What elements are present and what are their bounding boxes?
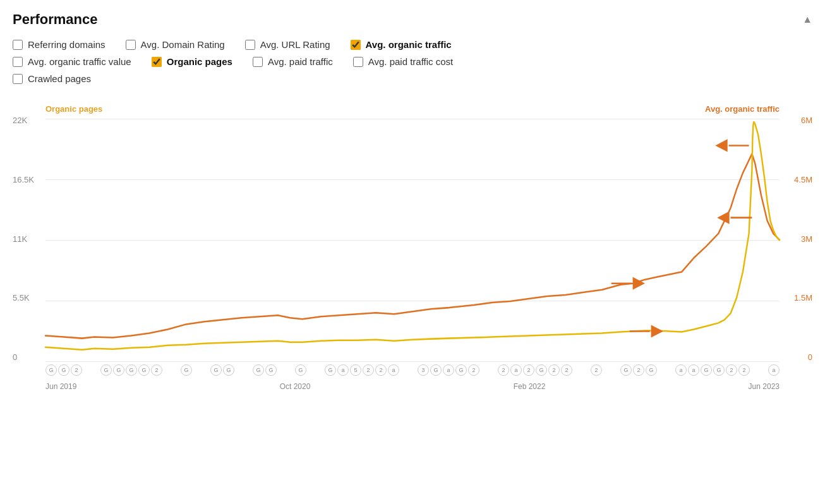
y-label-left-11k: 11K <box>13 234 27 244</box>
serp-badge-g: G <box>210 364 222 376</box>
checkbox-input-avg-domain-rating[interactable] <box>126 40 136 50</box>
serp-badge-group-2: G G G G 2 <box>100 364 162 376</box>
serp-badge-2: 2 <box>738 364 750 376</box>
checkbox-avg-organic-traffic[interactable]: Avg. organic traffic <box>351 39 452 50</box>
serp-badge-3: 3 <box>418 364 429 376</box>
checkbox-avg-url-rating[interactable]: Avg. URL Rating <box>245 39 330 50</box>
serp-badge-2: 2 <box>726 364 737 376</box>
chart-axis-labels: Organic pages Avg. organic traffic <box>45 104 780 114</box>
performance-section: Performance ▲ Referring domains Avg. Dom… <box>13 11 812 393</box>
organic-pages-line <box>45 122 780 350</box>
section-header: Performance ▲ <box>13 11 812 28</box>
serp-badge-group-4: G G <box>210 364 234 376</box>
serp-badge-2: 2 <box>633 364 644 376</box>
y-label-left-22k: 22K <box>13 116 27 125</box>
checkbox-input-avg-organic-traffic-value[interactable] <box>13 57 23 67</box>
avg-organic-traffic-line <box>45 154 780 339</box>
checkboxes-area: Referring domains Avg. Domain Rating Avg… <box>13 39 812 84</box>
checkbox-row-3: Crawled pages <box>13 73 812 84</box>
checkbox-row-2: Avg. organic traffic value Organic pages… <box>13 56 812 67</box>
serp-badge-2: 2 <box>71 364 82 376</box>
checkbox-label-avg-organic-traffic-value: Avg. organic traffic value <box>28 56 131 67</box>
checkbox-label-avg-paid-traffic-cost: Avg. paid traffic cost <box>368 56 454 67</box>
svg-marker-0 <box>715 139 727 152</box>
serp-badge-g: G <box>126 364 137 376</box>
serp-badge-2: 2 <box>375 364 387 376</box>
serp-badge-group-8: 3 G a G 2 <box>418 364 479 376</box>
checkbox-input-avg-paid-traffic[interactable] <box>253 57 263 67</box>
checkbox-input-avg-paid-traffic-cost[interactable] <box>353 57 363 67</box>
chart-container: Organic pages Avg. organic traffic 22K 1… <box>13 97 812 393</box>
serp-badge-a: a <box>443 364 454 376</box>
checkbox-avg-domain-rating[interactable]: Avg. Domain Rating <box>126 39 225 50</box>
chart-y-right: 6M 4.5M 3M 1.5M 0 <box>782 116 812 362</box>
checkbox-crawled-pages[interactable]: Crawled pages <box>13 73 91 84</box>
serp-badge-group-7: G a 5 2 2 a <box>325 364 399 376</box>
checkbox-label-organic-pages: Organic pages <box>167 56 232 67</box>
serp-badge-2: 2 <box>591 364 602 376</box>
svg-marker-4 <box>633 277 645 290</box>
serp-badge-2: 2 <box>468 364 479 376</box>
serp-badge-group-12: a a G G 2 2 <box>675 364 750 376</box>
serp-badge-group-13: a <box>768 364 780 376</box>
serp-badge-g: G <box>253 364 264 376</box>
checkbox-referring-domains[interactable]: Referring domains <box>13 39 105 50</box>
checkbox-label-crawled-pages: Crawled pages <box>28 73 91 84</box>
arrow-annotation-2 <box>717 212 752 224</box>
y-label-right-3m: 3M <box>801 234 812 244</box>
serp-badge-a: a <box>337 364 349 376</box>
checkbox-avg-paid-traffic-cost[interactable]: Avg. paid traffic cost <box>353 56 454 67</box>
checkbox-organic-pages[interactable]: Organic pages <box>152 56 232 67</box>
serp-badge-g: G <box>536 364 547 376</box>
serp-badge-5: 5 <box>350 364 361 376</box>
checkbox-input-organic-pages[interactable] <box>152 57 162 67</box>
serp-badge-group-6: G <box>295 364 306 376</box>
y-label-right-15m: 1.5M <box>794 293 812 303</box>
serp-badge-g: G <box>701 364 712 376</box>
checkbox-input-referring-domains[interactable] <box>13 40 23 50</box>
checkbox-label-referring-domains: Referring domains <box>28 39 105 50</box>
serp-badge-g: G <box>713 364 725 376</box>
serp-badge-g: G <box>113 364 124 376</box>
checkbox-label-avg-paid-traffic: Avg. paid traffic <box>268 56 333 67</box>
serp-badge-2: 2 <box>523 364 534 376</box>
checkbox-input-avg-url-rating[interactable] <box>245 40 255 50</box>
x-axis-labels: Jun 2019 Oct 2020 Feb 2022 Jun 2023 <box>45 382 780 391</box>
y-label-right-45m: 4.5M <box>794 175 812 184</box>
section-title: Performance <box>13 11 98 28</box>
grid-line-bottom <box>45 361 780 362</box>
serp-badge-a: a <box>768 364 780 376</box>
serp-badge-a: a <box>388 364 399 376</box>
serp-badge-g: G <box>325 364 336 376</box>
serp-badge-g: G <box>455 364 467 376</box>
axis-label-right: Avg. organic traffic <box>705 104 780 114</box>
checkbox-avg-paid-traffic[interactable]: Avg. paid traffic <box>253 56 333 67</box>
serp-badge-group-3: G <box>181 364 192 376</box>
y-label-left-55k: 5.5K <box>13 293 30 303</box>
arrow-annotation-4 <box>630 325 663 337</box>
serp-badge-group-5: G G <box>253 364 277 376</box>
serp-badge-g: G <box>265 364 277 376</box>
x-label-oct2020: Oct 2020 <box>280 382 311 391</box>
serp-badge-g: G <box>45 364 57 376</box>
serp-badges-row: G G 2 G G G G 2 G G G G G <box>45 364 780 376</box>
serp-badge-g: G <box>223 364 234 376</box>
serp-badge-g: G <box>58 364 69 376</box>
serp-badge-group-1: G G 2 <box>45 364 82 376</box>
serp-badge-2: 2 <box>498 364 509 376</box>
y-label-left-0: 0 <box>13 352 17 362</box>
chart-plot-area <box>45 119 780 362</box>
arrow-annotation-3 <box>611 277 645 290</box>
checkbox-avg-organic-traffic-value[interactable]: Avg. organic traffic value <box>13 56 131 67</box>
serp-badge-g: G <box>181 364 192 376</box>
collapse-icon[interactable]: ▲ <box>802 14 812 25</box>
checkbox-input-crawled-pages[interactable] <box>13 74 23 84</box>
serp-badge-g: G <box>620 364 632 376</box>
axis-label-left: Organic pages <box>45 104 102 114</box>
checkbox-label-avg-domain-rating: Avg. Domain Rating <box>141 39 225 50</box>
serp-badge-a: a <box>688 364 699 376</box>
serp-badge-g: G <box>646 364 657 376</box>
x-label-jun2023: Jun 2023 <box>749 382 780 391</box>
checkbox-input-avg-organic-traffic[interactable] <box>351 40 361 50</box>
checkbox-label-avg-url-rating: Avg. URL Rating <box>260 39 330 50</box>
